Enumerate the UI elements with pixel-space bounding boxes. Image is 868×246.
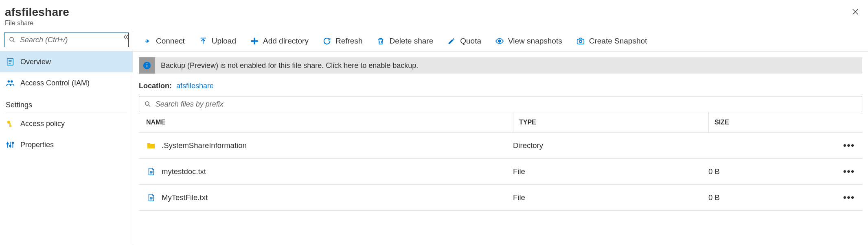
sidebar-section-settings: Settings — [0, 94, 133, 113]
sidebar-search[interactable] — [4, 33, 129, 47]
upload-button[interactable]: Upload — [196, 35, 239, 47]
toolbar-label: Connect — [156, 37, 185, 46]
sidebar-item-access-control[interactable]: Access Control (IAM) — [0, 72, 133, 94]
connect-icon — [143, 37, 152, 46]
sidebar: Overview Access Control (IAM) Settings A… — [0, 31, 133, 244]
svg-point-17 — [147, 63, 147, 64]
row-context-button[interactable]: ••• — [843, 140, 855, 150]
sidebar-search-input[interactable] — [20, 36, 124, 44]
toolbar-label: Add directory — [263, 37, 309, 46]
toolbar-label: Refresh — [335, 37, 363, 46]
col-type[interactable]: TYPE — [513, 112, 708, 132]
add-directory-button[interactable]: Add directory — [248, 35, 311, 47]
page-title: afsfileshare — [5, 6, 69, 19]
toolbar-label: View snapshots — [508, 37, 562, 46]
location-link[interactable]: afsfileshare — [176, 82, 214, 90]
quota-button[interactable]: Quota — [445, 35, 484, 47]
overview-icon — [6, 57, 15, 66]
svg-point-12 — [498, 40, 501, 42]
search-icon — [144, 100, 151, 108]
delete-share-button[interactable]: Delete share — [374, 35, 436, 47]
table-header: NAME TYPE SIZE — [139, 112, 862, 133]
location-label: Location: — [139, 82, 172, 90]
svg-point-0 — [10, 37, 13, 41]
sidebar-item-access-policy[interactable]: Access policy — [0, 113, 133, 134]
backup-info-banner[interactable]: Backup (Preview) is not enabled for this… — [139, 57, 862, 74]
search-icon — [9, 36, 16, 44]
row-context-button[interactable]: ••• — [843, 192, 855, 202]
svg-point-14 — [579, 40, 582, 43]
table-row[interactable]: MyTestFile.txtFile0 B••• — [139, 185, 862, 211]
svg-point-8 — [9, 145, 11, 147]
row-type: Directory — [513, 141, 708, 150]
upload-icon — [199, 37, 208, 46]
svg-point-18 — [145, 102, 149, 105]
sidebar-item-label: Access policy — [20, 120, 65, 128]
row-size: 0 B — [708, 193, 826, 202]
eye-icon — [495, 37, 504, 46]
sidebar-item-label: Properties — [20, 141, 54, 149]
chevron-double-left-icon — [122, 33, 129, 41]
files-table: NAME TYPE SIZE .SystemShareInformationDi… — [139, 112, 862, 211]
svg-rect-16 — [147, 65, 147, 67]
row-type: File — [513, 167, 708, 176]
toolbar-label: Create Snapshot — [589, 37, 647, 46]
table-row[interactable]: .SystemShareInformationDirectory••• — [139, 133, 862, 159]
view-snapshots-button[interactable]: View snapshots — [493, 35, 565, 47]
folder-icon — [146, 141, 156, 150]
toolbar: Connect Upload Add directory Refresh Del… — [133, 31, 868, 52]
info-icon — [139, 57, 155, 74]
access-control-icon — [6, 78, 15, 87]
toolbar-label: Quota — [460, 37, 481, 46]
plus-icon — [250, 37, 259, 46]
connect-button[interactable]: Connect — [140, 35, 187, 47]
refresh-icon — [322, 37, 331, 46]
svg-rect-13 — [577, 39, 584, 44]
refresh-button[interactable]: Refresh — [320, 35, 365, 47]
svg-point-9 — [12, 142, 14, 144]
row-type: File — [513, 193, 708, 202]
sidebar-item-properties[interactable]: Properties — [0, 134, 133, 155]
sidebar-item-label: Overview — [20, 58, 51, 66]
banner-text: Backup (Preview) is not enabled for this… — [161, 61, 418, 70]
col-size[interactable]: SIZE — [708, 112, 826, 132]
file-icon — [146, 167, 156, 176]
table-row[interactable]: mytestdoc.txtFile0 B••• — [139, 159, 862, 185]
trash-icon — [376, 37, 385, 46]
svg-point-7 — [7, 143, 9, 144]
sidebar-item-label: Access Control (IAM) — [20, 79, 90, 87]
svg-point-3 — [11, 81, 13, 83]
row-context-button[interactable]: ••• — [843, 166, 855, 176]
close-button[interactable] — [849, 6, 861, 20]
toolbar-label: Upload — [212, 37, 236, 46]
main-content: Connect Upload Add directory Refresh Del… — [133, 31, 868, 244]
location-row: Location: afsfileshare — [139, 82, 862, 90]
page-header: afsfileshare File share — [0, 0, 868, 31]
collapse-sidebar-button[interactable] — [122, 33, 129, 43]
files-search-input[interactable] — [156, 100, 857, 109]
row-name: MyTestFile.txt — [162, 193, 208, 202]
close-icon — [851, 7, 860, 16]
properties-icon — [6, 140, 15, 149]
sidebar-item-overview[interactable]: Overview — [0, 51, 133, 72]
page-subtitle: File share — [5, 20, 69, 27]
row-name: mytestdoc.txt — [162, 167, 206, 176]
create-snapshot-button[interactable]: Create Snapshot — [574, 35, 650, 47]
camera-icon — [576, 37, 585, 46]
pencil-icon — [447, 37, 456, 46]
files-search[interactable] — [139, 96, 862, 112]
svg-rect-6 — [9, 126, 12, 127]
svg-point-2 — [8, 81, 10, 83]
file-icon — [146, 193, 156, 202]
toolbar-label: Delete share — [389, 37, 433, 46]
row-name: .SystemShareInformation — [162, 141, 247, 150]
col-name[interactable]: NAME — [146, 119, 513, 126]
svg-rect-11 — [251, 40, 258, 42]
row-size: 0 B — [708, 167, 826, 176]
key-icon — [6, 119, 15, 128]
